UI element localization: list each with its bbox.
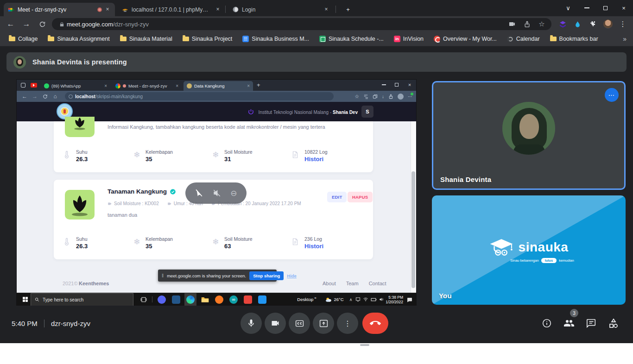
bookmark-overview[interactable]: Overview - My Wor... bbox=[430, 34, 501, 44]
hidden-taskbar-hint[interactable] bbox=[360, 344, 369, 346]
taskbar-clock[interactable]: 5:38 PM 1/20/2022 bbox=[382, 293, 403, 306]
new-tab-button[interactable]: + bbox=[257, 82, 260, 88]
tabs-icon[interactable] bbox=[373, 94, 378, 99]
taskbar-arduino[interactable]: ∞ bbox=[228, 293, 240, 306]
tray-pc-icon[interactable] bbox=[354, 293, 361, 306]
taskbar-weather[interactable]: 26°C bbox=[323, 293, 347, 306]
extensions-puzzle-icon[interactable] bbox=[588, 19, 597, 29]
tray-wifi-icon[interactable] bbox=[362, 293, 369, 306]
action-center-icon[interactable] bbox=[405, 293, 414, 306]
hide-toast-link[interactable]: Hide bbox=[287, 273, 297, 278]
activities-icon[interactable] bbox=[608, 318, 619, 329]
user-avatar-initial[interactable]: S bbox=[361, 106, 373, 118]
collections-icon[interactable] bbox=[363, 94, 368, 99]
profile-icon[interactable] bbox=[398, 94, 404, 100]
stop-sharing-button[interactable]: Stop sharing bbox=[249, 271, 284, 280]
power-icon[interactable] bbox=[247, 108, 254, 115]
tray-chevron-icon[interactable]: ∧ bbox=[348, 293, 354, 306]
footer-link-about[interactable]: About bbox=[323, 281, 336, 286]
share-icon[interactable] bbox=[522, 20, 532, 28]
histori-link[interactable]: Histori bbox=[304, 156, 328, 163]
pointer-off-icon[interactable] bbox=[195, 189, 203, 197]
bookmark-star-icon[interactable]: ☆ bbox=[537, 20, 547, 28]
camera-button[interactable] bbox=[265, 313, 286, 334]
participant-tile-you[interactable]: sinauka Sinau bebarengan lulus kemudian … bbox=[432, 195, 626, 305]
restore-button[interactable] bbox=[596, 0, 614, 16]
close-tab-icon[interactable]: × bbox=[104, 6, 111, 13]
forward-icon[interactable]: → bbox=[21, 19, 32, 29]
bookmark-sinauka-assignment[interactable]: Sinauka Assignment bbox=[44, 34, 114, 44]
favorites-icon[interactable]: ☆ bbox=[354, 94, 359, 100]
extension-drop-icon[interactable] bbox=[573, 19, 582, 29]
home-icon[interactable]: ⌂ bbox=[50, 93, 60, 100]
inner-tab-data-kangkung[interactable]: Data Kangkung × bbox=[184, 81, 253, 91]
taskbar-red-app[interactable] bbox=[242, 293, 254, 306]
footer-link-contact[interactable]: Contact bbox=[369, 281, 386, 286]
taskbar-desktops[interactable]: Desktop» bbox=[293, 293, 321, 306]
taskbar-vscode-insiders[interactable] bbox=[170, 293, 182, 306]
taskbar-edge-active[interactable] bbox=[184, 293, 196, 306]
taskbar-explorer[interactable] bbox=[199, 293, 211, 306]
start-button[interactable] bbox=[20, 293, 30, 306]
bookmark-collage[interactable]: Collage bbox=[5, 34, 42, 44]
meeting-details-icon[interactable] bbox=[541, 318, 552, 329]
tray-battery-icon[interactable] bbox=[370, 293, 377, 306]
footer-brand[interactable]: Keenthemes bbox=[79, 281, 109, 286]
minimize-button[interactable] bbox=[377, 80, 390, 90]
extension-layers-icon[interactable] bbox=[558, 19, 567, 29]
bookmark-sinauka-material[interactable]: Sinauka Material bbox=[116, 34, 177, 44]
bookmarks-overflow-icon[interactable]: » bbox=[623, 35, 627, 43]
profile-avatar[interactable] bbox=[603, 19, 613, 29]
tile-options-icon[interactable]: ⋯ bbox=[605, 88, 619, 102]
do-not-disturb-icon[interactable]: ⊖ bbox=[230, 188, 237, 198]
close-tab-icon[interactable]: × bbox=[247, 83, 250, 88]
back-icon[interactable]: ← bbox=[6, 19, 16, 29]
histori-link[interactable]: Histori bbox=[304, 243, 323, 250]
volume-off-icon[interactable] bbox=[213, 189, 221, 197]
forward-icon[interactable]: → bbox=[30, 93, 40, 100]
end-call-button[interactable] bbox=[362, 313, 388, 334]
bookmark-sinauka-business[interactable]: Sinauka Business M... bbox=[238, 34, 313, 44]
footer-link-team[interactable]: Team bbox=[346, 281, 359, 286]
share-icon[interactable] bbox=[388, 94, 393, 99]
inner-tab-whatsapp[interactable]: (89) WhatsApp × bbox=[41, 81, 110, 91]
chrome-menu-icon[interactable]: ⋮ bbox=[618, 19, 627, 29]
inner-url-field[interactable]: localhost/skripsi-main/kangkung bbox=[65, 92, 334, 100]
page-scrollbar-thumb[interactable] bbox=[411, 171, 415, 288]
more-options-button[interactable]: ⋮ bbox=[337, 313, 358, 334]
tab-actions-icon[interactable] bbox=[21, 83, 25, 88]
tab-login[interactable]: Login × bbox=[228, 3, 334, 16]
tab-meet[interactable]: Meet - dzr-snyd-zyv × bbox=[4, 3, 115, 16]
mic-button[interactable] bbox=[241, 313, 262, 334]
url-field[interactable]: meet.google.com/dzr-snyd-zyv ☆ bbox=[52, 18, 551, 30]
bookmark-invision[interactable]: inInVision bbox=[390, 34, 428, 44]
reload-icon[interactable] bbox=[37, 19, 47, 29]
camera-indicator-icon[interactable] bbox=[507, 20, 517, 28]
bookmark-bookmarks-bar[interactable]: Bookmarks bar bbox=[546, 34, 602, 44]
site-info-icon[interactable] bbox=[69, 94, 73, 99]
taskbar-discord[interactable] bbox=[156, 293, 168, 306]
drag-handle-icon[interactable]: ‖ bbox=[162, 273, 164, 278]
taskbar-search-box[interactable]: Type here to search bbox=[31, 293, 133, 306]
bookmark-sinauka-schedule[interactable]: Sinauka Schedule -... bbox=[315, 34, 388, 44]
minimize-button[interactable] bbox=[577, 0, 596, 16]
bookmark-calendar[interactable]: Calendar bbox=[503, 34, 544, 44]
close-window-button[interactable]: × bbox=[403, 80, 416, 90]
back-icon[interactable]: ← bbox=[19, 93, 30, 100]
chat-icon[interactable] bbox=[586, 318, 597, 329]
download-icon[interactable]: ↓ bbox=[382, 94, 384, 99]
hapus-button[interactable]: HAPUS bbox=[348, 192, 373, 202]
taskbar-vscode[interactable] bbox=[256, 293, 268, 306]
close-tab-icon[interactable]: × bbox=[323, 6, 330, 13]
task-view-icon[interactable] bbox=[138, 293, 149, 306]
inner-tab-meet[interactable]: Meet - dzr-snyd-zyv × bbox=[112, 81, 182, 91]
new-tab-button[interactable]: + bbox=[341, 3, 355, 16]
taskbar-xampp[interactable] bbox=[213, 293, 225, 306]
window-chevron-icon[interactable]: ∨ bbox=[559, 0, 577, 16]
participant-tile-shania[interactable]: Shania Devinta ⋯ bbox=[432, 81, 626, 190]
edit-button[interactable]: EDIT bbox=[327, 192, 347, 202]
present-button[interactable] bbox=[313, 313, 334, 334]
restore-button[interactable] bbox=[390, 80, 403, 90]
close-window-button[interactable]: × bbox=[614, 0, 633, 16]
youtube-pinned-tab[interactable] bbox=[31, 83, 37, 88]
